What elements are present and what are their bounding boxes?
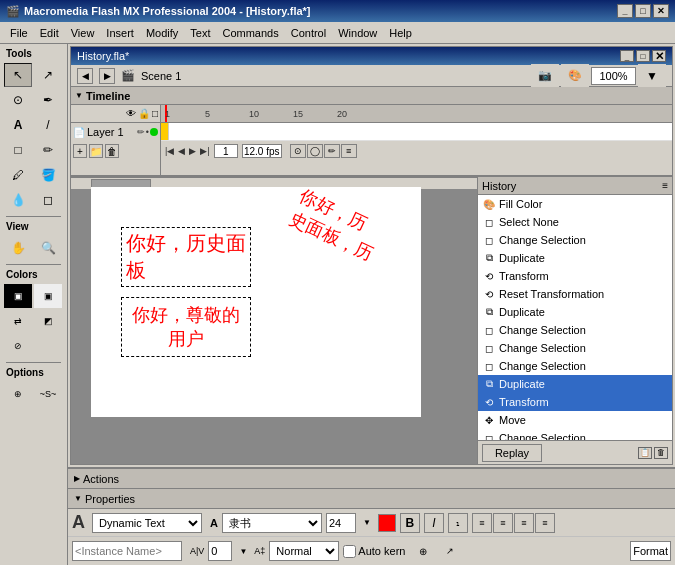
goto-start[interactable]: |◀ <box>165 146 174 156</box>
history-item-change-sel-4[interactable]: ◻ Change Selection <box>478 357 672 375</box>
history-item-reset-transform[interactable]: ⟲ Reset Transformation <box>478 285 672 303</box>
menu-view[interactable]: View <box>65 25 101 41</box>
history-copy-btn[interactable]: 📋 <box>638 447 652 459</box>
tool-lasso[interactable]: ⊙ <box>4 88 32 112</box>
layer-name[interactable]: Layer 1 <box>87 126 124 138</box>
history-item-change-sel-2[interactable]: ◻ Change Selection <box>478 321 672 339</box>
scene-name[interactable]: Scene 1 <box>141 70 181 82</box>
align-center[interactable]: ≡ <box>493 513 513 533</box>
step-back[interactable]: ◀ <box>178 146 185 156</box>
timeline-header[interactable]: ▼ Timeline <box>71 87 672 105</box>
back-btn[interactable]: ◀ <box>77 68 93 84</box>
format-btn[interactable]: Format <box>630 541 671 561</box>
zoom-dropdown[interactable]: ▼ <box>638 64 666 88</box>
bold-btn[interactable]: B <box>400 513 420 533</box>
stroke-color[interactable]: ▣ <box>4 284 32 308</box>
zoom-camera-icon[interactable]: 📷 <box>531 64 559 88</box>
menu-help[interactable]: Help <box>383 25 418 41</box>
history-item-change-sel-1[interactable]: ◻ Change Selection <box>478 231 672 249</box>
font-size-input[interactable] <box>326 513 356 533</box>
font-size-dropdown[interactable]: ▼ <box>360 513 374 533</box>
text-box-1[interactable]: 你好，历史面板 <box>121 227 251 287</box>
tool-pencil[interactable]: ✏ <box>34 138 62 162</box>
lock-icon[interactable]: 🔒 <box>138 108 150 119</box>
menu-control[interactable]: Control <box>285 25 332 41</box>
history-clear-btn[interactable]: 🗑 <box>654 447 668 459</box>
tool-pen[interactable]: ✒ <box>34 88 62 112</box>
align-justify[interactable]: ≡ <box>535 513 555 533</box>
text-type-select[interactable]: Dynamic Text <box>92 513 202 533</box>
font-select[interactable]: 隶书 <box>222 513 322 533</box>
dot-ctrl[interactable]: • <box>146 127 149 137</box>
tool-line[interactable]: / <box>34 113 62 137</box>
history-item-move[interactable]: ✥ Move <box>478 411 672 429</box>
onion-outline[interactable]: ◯ <box>307 144 323 158</box>
onion-skin[interactable]: ⊙ <box>290 144 306 158</box>
snap-btn[interactable]: ⊕ <box>4 382 32 406</box>
tool-fill[interactable]: 🪣 <box>34 163 62 187</box>
pencil-edit[interactable]: ✏ <box>137 127 145 137</box>
auto-kern-check[interactable] <box>343 545 356 558</box>
history-item-duplicate-1[interactable]: ⧉ Duplicate <box>478 249 672 267</box>
italic-btn[interactable]: I <box>424 513 444 533</box>
history-item-fill-color[interactable]: 🎨 Fill Color <box>478 195 672 213</box>
color-swatch[interactable] <box>378 514 396 532</box>
tool-hand[interactable]: ✋ <box>4 236 32 260</box>
menu-edit[interactable]: Edit <box>34 25 65 41</box>
history-item-change-sel-5[interactable]: ◻ Change Selection <box>478 429 672 440</box>
play-btn[interactable]: ▶ <box>189 146 196 156</box>
replay-btn[interactable]: Replay <box>482 444 542 462</box>
instance-name-input[interactable] <box>72 541 182 561</box>
spacing-input[interactable] <box>208 541 232 561</box>
history-list[interactable]: 🎨 Fill Color ◻ Select None ◻ Change Sele… <box>478 195 672 440</box>
close-btn[interactable]: ✕ <box>653 4 669 18</box>
swap-colors[interactable]: ⇄ <box>4 309 32 333</box>
menu-modify[interactable]: Modify <box>140 25 184 41</box>
fill-color[interactable]: ▣ <box>34 284 62 308</box>
tool-eyedrop[interactable]: 💧 <box>4 188 32 212</box>
step-forward[interactable]: ▶| <box>200 146 209 156</box>
doc-restore[interactable]: □ <box>636 50 650 62</box>
tool-brush[interactable]: 🖊 <box>4 163 32 187</box>
history-item-duplicate-3[interactable]: ⧉ Duplicate <box>478 375 672 393</box>
menu-file[interactable]: File <box>4 25 34 41</box>
tool-zoom[interactable]: 🔍 <box>34 236 62 260</box>
align-left[interactable]: ≡ <box>472 513 492 533</box>
delete-layer-btn[interactable]: 🗑 <box>105 144 119 158</box>
style-select[interactable]: Normal <box>269 541 339 561</box>
eye-icon[interactable]: 👁 <box>126 108 136 119</box>
history-item-select-none[interactable]: ◻ Select None <box>478 213 672 231</box>
zoom-palette-icon[interactable]: 🎨 <box>561 64 589 88</box>
history-item-change-sel-3[interactable]: ◻ Change Selection <box>478 339 672 357</box>
smooth-btn[interactable]: ~S~ <box>34 382 62 406</box>
menu-insert[interactable]: Insert <box>100 25 140 41</box>
menu-window[interactable]: Window <box>332 25 383 41</box>
tool-subselect[interactable]: ↗ <box>34 63 62 87</box>
align-right[interactable]: ≡ <box>514 513 534 533</box>
doc-close[interactable]: ✕ <box>652 50 666 62</box>
outline-icon[interactable]: □ <box>152 108 158 119</box>
lock-keyframes[interactable]: ≡ <box>341 144 357 158</box>
history-item-transform-2[interactable]: ⟲ Transform <box>478 393 672 411</box>
doc-minimize[interactable]: _ <box>620 50 634 62</box>
edit-frames[interactable]: ✏ <box>324 144 340 158</box>
add-folder-btn[interactable]: 📁 <box>89 144 103 158</box>
tool-eraser[interactable]: ◻ <box>34 188 62 212</box>
fps-display[interactable]: 12.0 fps <box>242 144 282 158</box>
tool-arrow[interactable]: ↖ <box>4 63 32 87</box>
tool-text[interactable]: A <box>4 113 32 137</box>
panel-menu-btn[interactable]: ≡ <box>662 180 668 191</box>
default-colors[interactable]: ◩ <box>34 309 62 333</box>
minimize-btn[interactable]: _ <box>617 4 633 18</box>
prop-header[interactable]: ▼ Properties <box>68 489 675 509</box>
sub-btn[interactable]: ₁ <box>448 513 468 533</box>
spacing-dropdown[interactable]: ▼ <box>236 541 250 561</box>
menu-text[interactable]: Text <box>184 25 216 41</box>
zoom-input[interactable] <box>591 67 636 85</box>
menu-commands[interactable]: Commands <box>216 25 284 41</box>
no-color[interactable]: ⊘ <box>4 334 32 358</box>
actions-bar[interactable]: ▶ Actions <box>68 469 675 489</box>
embed-btn[interactable]: ↗ <box>441 539 459 563</box>
tool-rect[interactable]: □ <box>4 138 32 162</box>
history-item-duplicate-2[interactable]: ⧉ Duplicate <box>478 303 672 321</box>
